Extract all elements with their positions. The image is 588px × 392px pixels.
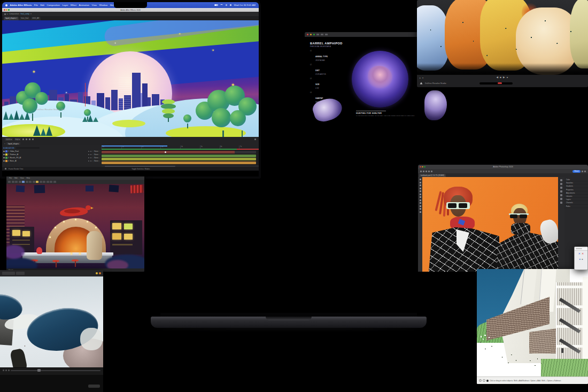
label-chip[interactable] [5,157,7,159]
battery-icon[interactable] [214,4,218,6]
toggle-switches-label[interactable]: Toggle Switches / Modes [131,168,150,170]
crop-tool-icon[interactable] [420,188,421,189]
ae-titlebar[interactable]: Adobe After Effects 2024 [2,8,259,12]
menubar-clock[interactable]: Wed Oct 30 9:41 AM [234,4,256,6]
architecture-canvas[interactable] [477,269,588,376]
orbit-icon[interactable]: ● [579,258,581,260]
move-tool-icon[interactable] [420,179,421,180]
geolocation-icon[interactable] [483,379,485,382]
pen-tool-icon[interactable] [420,205,421,207]
zoom-icon[interactable] [313,34,315,35]
color-panel-icon[interactable] [560,179,562,181]
layer-bar[interactable] [102,151,256,153]
composition-canvas[interactable]: ✦ ✦ ✦ ✦ ✦ ✦ [2,20,259,137]
menu-edit[interactable]: Edit [14,177,18,179]
wifi-icon[interactable] [220,4,223,6]
label-chip[interactable] [5,150,7,152]
viewer-icon[interactable] [29,139,30,140]
toolbar-icon[interactable] [325,34,328,35]
zoom-tool-icon[interactable] [420,211,421,213]
marquee-tool-icon[interactable] [420,182,421,183]
layer-bar[interactable] [102,162,256,164]
timeline-tab[interactable]: liquid_shapes [6,142,20,145]
snap-icon[interactable]: ✕ [578,252,581,255]
viewer-icon[interactable] [22,139,24,140]
tool-option-icon[interactable] [428,171,430,172]
eyedropper-tool-icon[interactable] [420,190,421,192]
options-icon[interactable] [584,171,586,172]
fashion-photo-canvas[interactable] [422,177,558,272]
grid-icon[interactable]: ■ [582,258,583,260]
options-icon[interactable] [582,171,583,172]
scene3d-toolbar[interactable] [6,180,144,184]
toolbar-icon[interactable] [321,34,323,35]
timeline-scrubber[interactable] [11,370,100,371]
close-icon[interactable] [307,34,308,35]
menu-window[interactable]: Window [99,4,108,6]
doc-tab[interactable]: 4000_AE [30,17,41,20]
minimize-icon[interactable] [310,34,312,35]
footer-icon[interactable] [5,168,6,170]
visibility-icon[interactable] [3,160,5,162]
history-panel-icon[interactable] [560,202,562,204]
composition-name[interactable]: final_comp [21,13,29,15]
search-icon[interactable] [226,4,228,6]
viewer-icon[interactable] [32,139,34,140]
label-chip[interactable] [5,153,7,156]
properties-panel-icon[interactable] [560,183,562,185]
menu-layer[interactable]: Layer [62,4,68,6]
mini-panel-titlebar[interactable] [575,247,587,251]
menu-help[interactable]: Help [27,177,30,179]
adjustments-panel-icon[interactable] [560,187,562,189]
minimize-icon[interactable] [422,166,423,168]
disclosure-icon[interactable]: ▸ [7,13,8,15]
timeline-tracks[interactable]: 0s1s2s3s4s5s6s7s [102,145,259,167]
menu-view[interactable]: View [20,177,24,179]
share-button[interactable]: Share [572,170,581,173]
trkmat-select[interactable]: None [92,150,100,152]
eraser-tool-icon[interactable] [420,199,421,201]
gradient-tool-icon[interactable] [420,202,421,204]
help-icon[interactable]: ? [479,379,482,382]
minimize-icon[interactable] [6,9,7,11]
app-menu-title[interactable]: Adobe After Effects [10,4,32,6]
close-icon[interactable] [4,9,5,11]
scene3d-viewport[interactable] [6,184,144,268]
photoshop-titlebar[interactable]: Adobe Photoshop 2024 [418,165,588,169]
transport-controls[interactable]: ◀ ■ ▶ ● [417,76,588,79]
menu-view[interactable]: View [92,4,97,6]
doc-tab[interactable]: hero_final [19,17,30,20]
visibility-icon[interactable] [3,151,5,152]
menu-file[interactable]: File [34,4,38,6]
control-icon[interactable] [8,370,10,371]
toolbar-tab[interactable] [16,272,25,275]
tool-option-icon[interactable] [431,171,432,172]
lasso-tool-icon[interactable] [420,185,421,186]
scrubber[interactable] [479,82,513,84]
panel-menu-icon[interactable]: ≡ [30,13,32,15]
visibility-icon[interactable] [3,157,5,159]
tool-option-icon[interactable] [425,171,427,172]
zoom-icon[interactable] [424,166,425,168]
layer-row[interactable]: 4 Basic_AI None [3,159,100,163]
toolbar-tab[interactable] [2,272,15,275]
layer-bar[interactable] [102,158,256,160]
close-tab-icon[interactable]: × [4,143,5,145]
viewer-icon[interactable] [26,139,27,140]
control-icon[interactable] [5,370,7,371]
trkmat-select[interactable]: None [92,160,100,162]
timeline-scrollbar[interactable] [102,165,259,167]
control-center-icon[interactable] [230,4,232,6]
apple-menu-icon[interactable] [5,4,7,6]
playhead[interactable] [85,83,86,106]
control-icon[interactable] [3,370,4,371]
panel-grid-icon[interactable] [4,13,6,15]
panel-label[interactable]: Paths [564,205,588,208]
zoom-icon[interactable] [8,9,10,11]
viewer-toolbar[interactable] [0,270,103,276]
close-icon[interactable] [420,166,421,168]
libraries-panel-icon[interactable] [560,190,562,193]
menu-effect[interactable]: Effect [71,4,76,6]
trkmat-select[interactable]: None [92,157,100,159]
layers-panel-icon[interactable] [560,194,562,196]
